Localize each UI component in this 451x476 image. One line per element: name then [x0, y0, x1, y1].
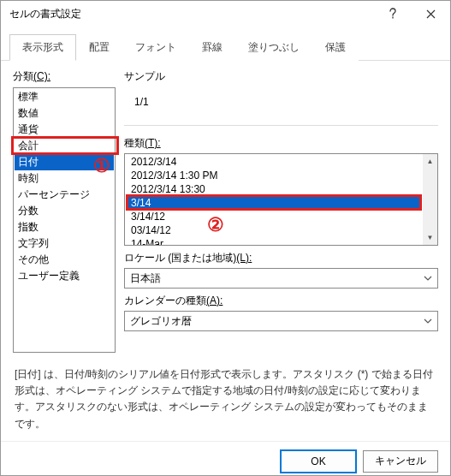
type-item[interactable]: 2012/3/14 1:30 PM: [126, 169, 422, 182]
cancel-button[interactable]: キャンセル: [363, 450, 438, 473]
calendar-label: カレンダーの種類(A):: [124, 294, 438, 308]
category-item[interactable]: 文字列: [15, 235, 114, 252]
type-item[interactable]: 2012/3/14: [126, 155, 422, 169]
description-text: [日付] は、日付/時刻のシリアル値を日付形式で表示します。アスタリスク (*)…: [13, 366, 438, 432]
tab-display[interactable]: 表示形式: [9, 34, 76, 61]
window-title: セルの書式設定: [9, 7, 373, 21]
type-item[interactable]: 03/14/12: [126, 223, 422, 237]
category-item[interactable]: ユーザー定義: [15, 268, 114, 284]
type-item[interactable]: 3/14/12: [126, 210, 422, 223]
locale-label: ロケール (国または地域)(L):: [124, 251, 438, 265]
scroll-down-icon[interactable]: ▼: [423, 230, 437, 245]
category-item[interactable]: 日付: [15, 154, 114, 170]
category-label: 分類(C):: [13, 69, 116, 84]
chevron-down-icon: [420, 313, 436, 329]
locale-value: 日本語: [130, 271, 161, 286]
category-item[interactable]: 通貨: [15, 122, 114, 138]
category-item[interactable]: 指数: [15, 219, 114, 235]
type-item[interactable]: 2012/3/14 13:30: [126, 182, 422, 196]
type-list[interactable]: 2012/3/142012/3/14 1:30 PM2012/3/14 13:3…: [124, 153, 438, 246]
tab-border[interactable]: 罫線: [189, 34, 235, 61]
category-item[interactable]: 標準: [15, 89, 114, 105]
type-item[interactable]: 3/14: [126, 196, 422, 210]
category-item[interactable]: 分数: [15, 203, 114, 219]
sample-value: 1/1: [131, 91, 431, 113]
type-item[interactable]: 14-Mar: [126, 237, 422, 246]
scroll-up-icon[interactable]: ▲: [423, 154, 437, 169]
category-item[interactable]: 会計: [15, 138, 114, 154]
category-item[interactable]: 数値: [15, 105, 114, 122]
category-list[interactable]: 標準数値通貨会計日付時刻パーセンテージ分数指数文字列その他ユーザー定義: [13, 87, 116, 353]
chevron-down-icon: [420, 271, 436, 286]
close-button[interactable]: [412, 1, 450, 27]
tab-alignment[interactable]: 配置: [76, 34, 122, 61]
help-button[interactable]: [373, 1, 412, 27]
ok-button[interactable]: OK: [281, 450, 356, 473]
type-label: 種類(T):: [124, 136, 438, 151]
category-item[interactable]: その他: [15, 252, 114, 268]
calendar-value: グレゴリオ暦: [130, 314, 192, 329]
calendar-select[interactable]: グレゴリオ暦: [124, 311, 438, 331]
tab-protection[interactable]: 保護: [312, 34, 359, 61]
sample-label: サンプル: [124, 69, 438, 84]
tab-fill[interactable]: 塗りつぶし: [235, 34, 312, 61]
type-list-scrollbar[interactable]: ▲ ▼: [423, 154, 437, 245]
category-item[interactable]: 時刻: [15, 170, 114, 187]
tab-font[interactable]: フォント: [122, 34, 189, 61]
locale-select[interactable]: 日本語: [124, 268, 438, 289]
category-item[interactable]: パーセンテージ: [15, 187, 114, 203]
